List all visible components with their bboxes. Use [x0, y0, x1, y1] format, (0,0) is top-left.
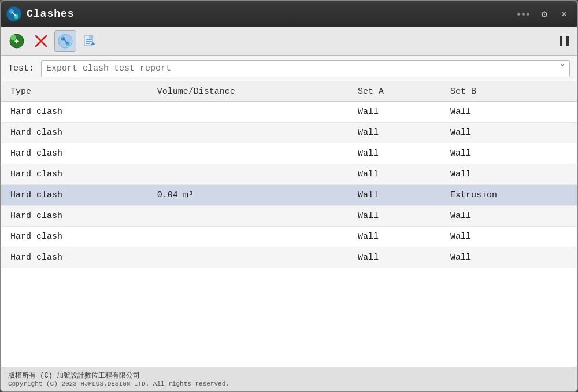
cell-set-b: Extrusion: [441, 185, 577, 206]
main-window: Clashes ⚙ ✕ +: [0, 0, 578, 392]
footer-copyright-chinese: 版權所有 (C) 加號設計數位工程有限公司: [8, 371, 570, 380]
title-bar: Clashes ⚙ ✕: [1, 1, 577, 27]
cell-type: Hard clash: [1, 123, 148, 143]
cell-type: Hard clash: [1, 227, 148, 247]
table-row[interactable]: Hard clash 0.04 m³ Wall Extrusion: [1, 185, 577, 206]
test-dropdown[interactable]: Export clash test report ˅: [41, 60, 570, 77]
table-row[interactable]: Hard clash Wall Wall: [1, 164, 577, 185]
table-row[interactable]: Hard clash Wall Wall: [1, 247, 577, 268]
footer-copyright-english: Copyright (C) 2023 HJPLUS.DESIGN LTD. Al…: [8, 380, 570, 387]
test-dropdown-text: Export clash test report: [46, 64, 560, 73]
cell-set-b: Wall: [441, 123, 577, 143]
test-bar: Test: Export clash test report ˅: [1, 56, 577, 82]
window-title: Clashes: [27, 8, 75, 20]
add-test-button[interactable]: +: [6, 30, 28, 52]
dropdown-arrow-icon: ˅: [560, 63, 565, 75]
svg-rect-21: [566, 36, 569, 46]
cell-set-a: Wall: [349, 143, 441, 164]
add-icon: +: [9, 33, 25, 49]
cell-set-a: Wall: [349, 123, 441, 143]
table-row[interactable]: Hard clash Wall Wall: [1, 227, 577, 247]
col-volume: Volume/Distance: [148, 82, 349, 102]
cell-set-b: Wall: [441, 143, 577, 164]
cell-type: Hard clash: [1, 206, 148, 227]
col-set-a: Set A: [349, 82, 441, 102]
pause-icon: [557, 34, 571, 48]
clash-table: Type Volume/Distance Set A Set B Hard cl…: [1, 82, 577, 268]
table-row[interactable]: Hard clash Wall Wall: [1, 123, 577, 143]
toolbar: +: [1, 27, 577, 56]
delete-icon: [33, 33, 49, 49]
manage-icon: [57, 33, 73, 49]
table-row[interactable]: Hard clash Wall Wall: [1, 206, 577, 227]
cell-set-b: Wall: [441, 247, 577, 268]
cell-set-a: Wall: [349, 227, 441, 247]
test-label: Test:: [8, 64, 34, 73]
svg-rect-15: [90, 35, 92, 38]
cell-volume: [148, 123, 349, 143]
export-icon: [81, 33, 98, 49]
close-button[interactable]: ✕: [556, 6, 572, 22]
cell-volume: 0.04 m³: [148, 185, 349, 206]
cell-set-b: Wall: [441, 164, 577, 185]
cell-volume: [148, 247, 349, 268]
cell-set-a: Wall: [349, 164, 441, 185]
settings-button[interactable]: ⚙: [536, 6, 553, 22]
cell-volume: [148, 102, 349, 123]
cell-set-b: Wall: [441, 102, 577, 123]
cell-type: Hard clash: [1, 102, 148, 123]
table-row[interactable]: Hard clash Wall Wall: [1, 143, 577, 164]
delete-button[interactable]: [30, 30, 52, 52]
cell-set-b: Wall: [441, 206, 577, 227]
table-row[interactable]: Hard clash Wall Wall: [1, 102, 577, 123]
col-type: Type: [1, 82, 148, 102]
svg-text:+: +: [14, 37, 19, 46]
cell-set-a: Wall: [349, 185, 441, 206]
cell-volume: [148, 206, 349, 227]
cell-set-a: Wall: [349, 206, 441, 227]
title-dots: [517, 13, 529, 16]
cell-type: Hard clash: [1, 143, 148, 164]
dot2: [522, 13, 525, 16]
cell-type: Hard clash: [1, 164, 148, 185]
manage-button[interactable]: [54, 30, 76, 52]
pause-button[interactable]: [556, 33, 572, 49]
cell-volume: [148, 227, 349, 247]
svg-rect-20: [560, 36, 562, 46]
cell-set-a: Wall: [349, 102, 441, 123]
cell-volume: [148, 164, 349, 185]
clash-table-container[interactable]: Type Volume/Distance Set A Set B Hard cl…: [1, 82, 577, 367]
table-header-row: Type Volume/Distance Set A Set B: [1, 82, 577, 102]
svg-point-13: [61, 35, 64, 38]
footer: 版權所有 (C) 加號設計數位工程有限公司 Copyright (C) 2023…: [1, 367, 577, 391]
dot3: [527, 13, 529, 16]
export-button[interactable]: [79, 30, 101, 52]
cell-set-b: Wall: [441, 227, 577, 247]
app-icon: [6, 6, 22, 22]
cell-set-a: Wall: [349, 247, 441, 268]
col-set-b: Set B: [441, 82, 577, 102]
title-controls: ⚙ ✕: [517, 6, 572, 22]
cell-type: Hard clash: [1, 247, 148, 268]
dot1: [517, 13, 520, 16]
cell-volume: [148, 143, 349, 164]
cell-type: Hard clash: [1, 185, 148, 206]
